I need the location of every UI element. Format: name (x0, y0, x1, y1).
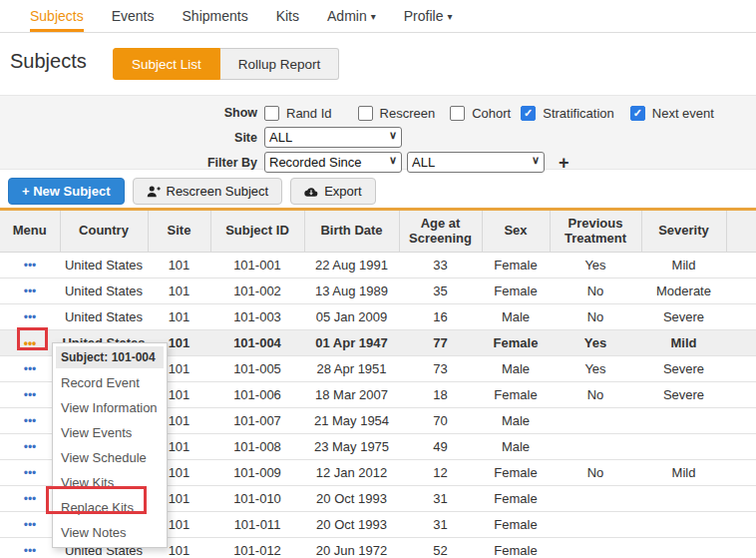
checkbox-box[interactable] (264, 106, 279, 121)
cell-sex: Female (482, 252, 550, 278)
row-menu-button[interactable]: ••• (24, 518, 37, 532)
cell-previous-treatment: No (550, 278, 641, 303)
cell-severity: Moderate (641, 278, 726, 303)
column-header-birth-date: Birth Date (304, 211, 399, 252)
checkbox-stratification[interactable]: Stratification (521, 103, 614, 123)
tab-shipments[interactable]: Shipments (183, 0, 248, 32)
cell-birth-date: 23 May 1975 (304, 433, 399, 459)
row-menu-button[interactable]: ••• (24, 466, 37, 480)
site-label: Site (0, 131, 264, 145)
cell-age: 16 (399, 303, 482, 329)
tab-label: Events (112, 8, 155, 24)
cloud-download-icon (304, 186, 318, 198)
site-select[interactable]: ALL (264, 127, 402, 148)
tab-label: Shipments (183, 8, 248, 24)
tab-subjects[interactable]: Subjects (30, 0, 84, 32)
cell-empty (726, 407, 756, 433)
cell-site: 101 (148, 252, 210, 278)
cell-sex: Female (482, 485, 550, 511)
menu-item-view-events[interactable]: View Events (53, 420, 167, 445)
rescreen-subject-button[interactable]: Rescreen Subject (133, 178, 283, 205)
export-label: Export (324, 184, 362, 199)
checkbox-box[interactable] (521, 106, 536, 121)
checkbox-box[interactable] (630, 106, 645, 121)
column-header-site: Site (148, 211, 210, 252)
export-button[interactable]: Export (290, 178, 376, 205)
row-menu-button[interactable]: ••• (24, 414, 37, 428)
menu-item-view-kits[interactable]: View Kits (53, 470, 167, 495)
actions-bar: + New Subject Rescreen Subject Export (8, 178, 376, 205)
cell-age: 31 (399, 485, 482, 511)
cell-subject-id: 101-005 (210, 355, 304, 381)
cell-subject-id: 101-007 (210, 407, 304, 433)
checkbox-box[interactable] (358, 106, 373, 121)
cell-severity (641, 511, 726, 537)
row-menu-button[interactable]: ••• (24, 544, 37, 558)
table-row: •••United States101101-00122 Aug 199133F… (0, 252, 756, 278)
show-row: Show Rand IdRescreenCohortStratification… (0, 103, 756, 123)
cell-site: 101 (148, 278, 210, 303)
row-menu-button[interactable]: ••• (24, 492, 37, 506)
cell-age: 70 (399, 407, 482, 433)
row-menu-button[interactable]: ••• (24, 336, 37, 350)
site-select-wrap: ALL (264, 127, 402, 148)
cell-birth-date: 13 Aug 1989 (304, 278, 399, 303)
cell-subject-id: 101-010 (210, 485, 304, 511)
cell-country: United States (60, 252, 148, 278)
column-header-age-at-screening: Age at Screening (399, 211, 482, 252)
menu-item-view-notes[interactable]: View Notes (53, 520, 167, 545)
row-menu-button[interactable]: ••• (24, 440, 37, 454)
tab-label: Profile (404, 8, 444, 24)
context-menu-title: Subject: 101-004 (56, 346, 164, 368)
menu-item-view-schedule[interactable]: View Schedule (53, 445, 167, 470)
cell-age: 33 (399, 252, 482, 278)
caret-down-icon: ▾ (447, 11, 452, 22)
page-title: Subjects (10, 50, 87, 73)
cell-subject-id: 101-006 (210, 381, 304, 407)
menu-item-record-event[interactable]: Record Event (53, 370, 167, 395)
tab-kits[interactable]: Kits (276, 0, 299, 32)
filter-panel: Show Rand IdRescreenCohortStratification… (0, 95, 756, 170)
cell-country: United States (60, 303, 148, 329)
checkbox-rescreen[interactable]: Rescreen (358, 103, 436, 123)
rollup-report-button[interactable]: Rollup Report (220, 48, 340, 80)
filter-value-select[interactable]: ALL (407, 152, 545, 173)
row-menu-button[interactable]: ••• (24, 310, 37, 324)
tab-events[interactable]: Events (112, 0, 155, 32)
cell-empty (726, 537, 756, 558)
cell-empty (726, 252, 756, 278)
cell-empty (726, 329, 756, 355)
cell-menu: ••• (0, 355, 60, 381)
cell-sex: Male (482, 355, 550, 381)
cell-menu: ••• (0, 303, 60, 329)
tab-admin[interactable]: Admin▾ (327, 0, 376, 32)
tab-profile[interactable]: Profile▾ (404, 0, 453, 32)
rollup-report-label: Rollup Report (238, 57, 321, 72)
row-menu-button[interactable]: ••• (24, 362, 37, 376)
column-header-subject-id: Subject ID (210, 211, 304, 252)
add-filter-icon[interactable]: + (559, 154, 569, 172)
subject-list-button[interactable]: Subject List (113, 48, 220, 80)
menu-item-replace-kits[interactable]: Replace Kits (53, 495, 167, 520)
menu-item-view-information[interactable]: View Information (53, 395, 167, 420)
cell-empty (726, 485, 756, 511)
cell-menu: ••• (0, 485, 60, 511)
cell-subject-id: 101-002 (210, 278, 304, 303)
checkbox-cohort[interactable]: Cohort (450, 103, 511, 123)
row-menu-button[interactable]: ••• (24, 388, 37, 402)
row-menu-button[interactable]: ••• (24, 284, 37, 298)
cell-subject-id: 101-008 (210, 433, 304, 459)
cell-severity (641, 485, 726, 511)
cell-previous-treatment (550, 511, 641, 537)
cell-severity: Mild (641, 252, 726, 278)
cell-previous-treatment: Yes (550, 355, 641, 381)
checkbox-box[interactable] (450, 106, 465, 121)
cell-country: United States (60, 278, 148, 303)
new-subject-button[interactable]: + New Subject (8, 178, 125, 205)
cell-birth-date: 22 Aug 1991 (304, 252, 399, 278)
checkbox-rand-id[interactable]: Rand Id (264, 103, 332, 123)
filter-field-select[interactable]: Recorded Since (264, 152, 402, 173)
checkbox-next-event[interactable]: Next event (630, 103, 714, 123)
cell-empty (726, 278, 756, 303)
row-menu-button[interactable]: ••• (24, 259, 37, 273)
